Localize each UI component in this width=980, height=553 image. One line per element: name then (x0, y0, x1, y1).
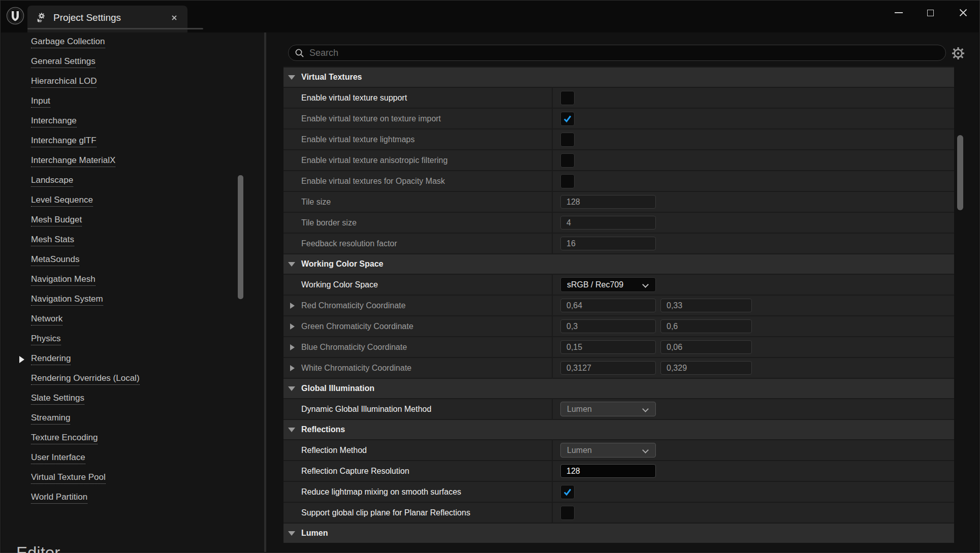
section-header-reflections[interactable]: Reflections (283, 419, 954, 439)
check-icon (562, 114, 573, 124)
settings-row: Blue Chromaticity Coordinate (283, 336, 954, 357)
expand-arrow-icon[interactable] (290, 303, 295, 309)
sidebar-item-label: Garbage Collection (31, 37, 105, 48)
settings-row: Enable virtual texture anisotropic filte… (283, 149, 954, 170)
row-name-cell: Tile size (283, 192, 553, 212)
sidebar-item-navigation-system[interactable]: Navigation System (1, 290, 235, 310)
sidebar-item-mesh-budget[interactable]: Mesh Budget (1, 211, 235, 231)
close-button[interactable] (952, 3, 974, 22)
row-value-cell (553, 316, 954, 336)
collapse-arrow-icon (288, 75, 295, 80)
sidebar-item-landscape[interactable]: Landscape (1, 171, 235, 191)
row-label: Enable virtual texture anisotropic filte… (301, 156, 448, 165)
sidebar-item-general-settings[interactable]: General Settings (1, 52, 235, 72)
chevron-down-icon (642, 281, 649, 288)
checkbox-unchecked[interactable] (560, 133, 575, 147)
chevron-down-icon (642, 447, 649, 453)
sidebar-item-streaming[interactable]: Streaming (1, 409, 235, 429)
value-input-y[interactable] (660, 361, 752, 375)
checkbox-unchecked[interactable] (560, 153, 575, 168)
value-input-x[interactable] (560, 340, 656, 354)
checkbox-checked[interactable] (560, 485, 575, 499)
sidebar-item-garbage-collection[interactable]: Garbage Collection (1, 32, 235, 52)
value-input-y[interactable] (660, 299, 752, 312)
dropdown-select[interactable]: Lumen (560, 443, 656, 458)
sidebar-item-slate-settings[interactable]: Slate Settings (1, 389, 235, 409)
sidebar-item-hierarchical-lod[interactable]: Hierarchical LOD (1, 72, 235, 92)
row-label: White Chromaticity Coordinate (301, 364, 412, 373)
main-scrollbar-thumb[interactable] (957, 135, 963, 210)
sidebar-item-label: Rendering Overrides (Local) (31, 373, 140, 385)
row-name-cell: Green Chromaticity Coordinate (283, 316, 553, 336)
row-value-cell (553, 213, 954, 233)
row-name-cell: Blue Chromaticity Coordinate (283, 337, 553, 357)
checkbox-unchecked[interactable] (560, 506, 575, 520)
expand-arrow-icon[interactable] (290, 344, 295, 350)
sidebar-item-label: Slate Settings (31, 393, 84, 405)
settings-detail-panel: Virtual TexturesEnable virtual texture s… (266, 32, 979, 552)
sidebar-item-navigation-mesh[interactable]: Navigation Mesh (1, 270, 235, 290)
value-input-y[interactable] (660, 340, 752, 354)
dropdown-select[interactable]: Lumen (560, 402, 656, 416)
dropdown-select[interactable]: sRGB / Rec709 (560, 277, 656, 292)
sidebar-item-label: Network (31, 314, 62, 326)
sidebar-item-rendering[interactable]: Rendering (1, 349, 235, 369)
dropdown-value: sRGB / Rec709 (567, 280, 623, 289)
expand-arrow-icon[interactable] (290, 323, 295, 330)
sidebar-item-interchange[interactable]: Interchange (1, 112, 235, 132)
maximize-button[interactable] (919, 3, 941, 22)
row-name-cell: Enable virtual texture support (283, 88, 553, 108)
row-value-cell (553, 129, 954, 149)
settings-row: Enable virtual texture lightmaps (283, 128, 954, 149)
sidebar-item-input[interactable]: Input (1, 92, 235, 112)
checkbox-unchecked[interactable] (560, 174, 575, 188)
expand-arrow-icon[interactable] (290, 365, 295, 371)
value-input-x[interactable] (560, 361, 656, 375)
section-header-virtual-textures[interactable]: Virtual Textures (283, 67, 954, 87)
tab-close-icon[interactable] (170, 14, 178, 22)
sidebar-scrollbar-thumb[interactable] (238, 175, 243, 299)
sidebar-item-texture-encoding[interactable]: Texture Encoding (1, 429, 235, 448)
section-title: Lumen (301, 529, 328, 538)
value-input[interactable] (560, 464, 656, 478)
section-header-global-illumination[interactable]: Global Illumination (283, 378, 954, 398)
value-input[interactable] (560, 216, 656, 230)
value-input[interactable] (560, 195, 656, 209)
settings-gear-icon[interactable] (952, 47, 965, 60)
row-value-cell (553, 482, 954, 502)
checkbox-checked[interactable] (560, 112, 575, 126)
sidebar-item-virtual-texture-pool[interactable]: Virtual Texture Pool (1, 468, 235, 488)
sidebar-item-metasounds[interactable]: MetaSounds (1, 250, 235, 270)
sidebar-item-world-partition[interactable]: World Partition (1, 488, 235, 508)
row-value-cell (553, 192, 954, 212)
row-label: Tile size (301, 198, 331, 207)
row-name-cell: White Chromaticity Coordinate (283, 358, 553, 378)
search-bar[interactable] (288, 45, 946, 61)
search-input[interactable] (309, 48, 939, 58)
collapse-arrow-icon (288, 428, 295, 432)
section-header-lumen[interactable]: Lumen (283, 523, 954, 543)
project-settings-gear-icon (36, 12, 47, 23)
value-input-y[interactable] (660, 319, 752, 333)
sidebar-item-network[interactable]: Network (1, 310, 235, 330)
sidebar-item-interchange-materialx[interactable]: Interchange MaterialX (1, 151, 235, 171)
sidebar-item-label: User Interface (31, 452, 85, 464)
checkbox-unchecked[interactable] (560, 91, 575, 105)
row-label: Reflection Method (301, 446, 367, 455)
row-value-cell (553, 337, 954, 357)
value-input[interactable] (560, 237, 656, 250)
minimize-button[interactable] (888, 3, 910, 22)
sidebar-item-physics[interactable]: Physics (1, 330, 235, 349)
sidebar-item-interchange-gltf[interactable]: Interchange glTF (1, 132, 235, 151)
sidebar-item-mesh-stats[interactable]: Mesh Stats (1, 231, 235, 250)
sidebar-item-label: General Settings (31, 56, 96, 68)
sidebar-item-level-sequence[interactable]: Level Sequence (1, 191, 235, 211)
section-header-working-color-space[interactable]: Working Color Space (283, 253, 954, 274)
sidebar-top-divider (27, 28, 203, 29)
sidebar-item-rendering-overrides-local-[interactable]: Rendering Overrides (Local) (1, 369, 235, 389)
settings-category-sidebar: Garbage CollectionGeneral SettingsHierar… (1, 32, 264, 552)
sidebar-item-user-interface[interactable]: User Interface (1, 448, 235, 468)
sidebar-item-label: Navigation System (31, 294, 103, 306)
value-input-x[interactable] (560, 299, 656, 312)
value-input-x[interactable] (560, 319, 656, 333)
